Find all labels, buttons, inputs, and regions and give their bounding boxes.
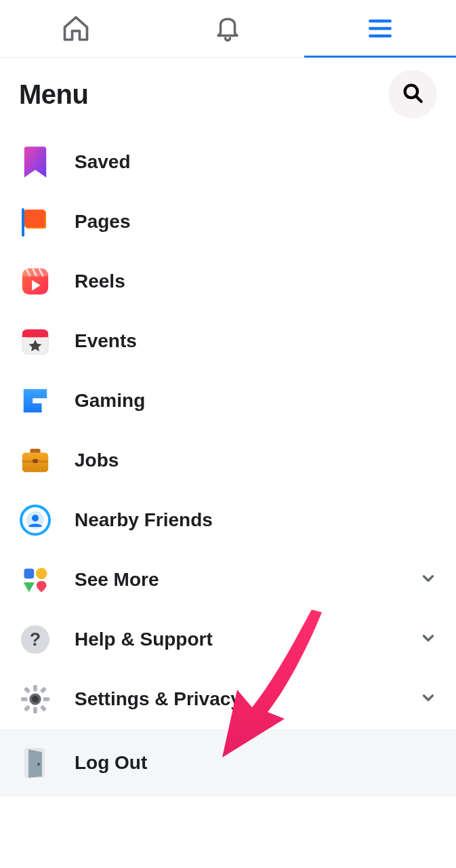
svg-line-4 [416, 96, 421, 102]
gaming-icon [19, 384, 51, 417]
menu-item-label: Nearby Friends [75, 509, 437, 531]
svg-rect-32 [40, 705, 47, 711]
svg-point-35 [37, 763, 40, 766]
nearby-icon [19, 504, 51, 536]
page-title: Menu [19, 79, 88, 110]
svg-rect-5 [22, 208, 24, 237]
svg-text:?: ? [30, 629, 41, 650]
menu-item-pages[interactable]: Pages [0, 192, 456, 252]
menu-item-label: Saved [75, 151, 437, 173]
menu-item-reels[interactable]: Reels [0, 252, 456, 311]
svg-rect-7 [24, 210, 45, 227]
menu-item-gaming[interactable]: Gaming [0, 371, 456, 431]
menu-item-see-more[interactable]: See More [0, 550, 456, 610]
menu-item-help-support[interactable]: ? Help & Support [0, 610, 456, 669]
svg-rect-28 [43, 697, 50, 701]
menu-item-jobs[interactable]: Jobs [0, 431, 456, 490]
nav-menu-tab[interactable] [304, 0, 456, 57]
bookmark-icon [19, 146, 51, 178]
briefcase-icon [19, 444, 51, 477]
menu-header: Menu [0, 58, 456, 125]
svg-rect-25 [33, 685, 37, 692]
search-button[interactable] [388, 70, 437, 119]
menu-item-label: Settings & Privacy [75, 688, 396, 710]
svg-rect-27 [21, 697, 28, 701]
chevron-down-icon [419, 570, 437, 590]
svg-rect-26 [33, 707, 37, 714]
svg-rect-12 [22, 334, 48, 337]
hamburger-icon [365, 14, 395, 43]
svg-rect-16 [33, 459, 38, 463]
apps-icon [19, 564, 51, 596]
menu-item-label: Help & Support [75, 629, 396, 650]
menu-item-events[interactable]: Events [0, 311, 456, 371]
menu-list: Saved Pages Re [0, 125, 456, 797]
chevron-down-icon [419, 689, 437, 709]
reels-icon [19, 265, 51, 298]
svg-rect-20 [24, 569, 35, 579]
menu-item-label: Gaming [75, 390, 437, 412]
menu-item-label: Pages [75, 211, 437, 233]
menu-item-saved[interactable]: Saved [0, 132, 456, 192]
menu-item-logout[interactable]: Log Out [0, 729, 456, 797]
svg-rect-31 [24, 705, 30, 711]
svg-rect-29 [24, 687, 30, 694]
nav-home-tab[interactable] [0, 0, 152, 57]
home-icon [61, 14, 91, 43]
flag-icon [19, 205, 51, 238]
search-icon [401, 81, 424, 107]
menu-item-label: Jobs [75, 450, 437, 471]
chevron-down-icon [419, 629, 437, 650]
svg-point-33 [32, 696, 39, 703]
menu-item-label: See More [75, 569, 396, 591]
menu-item-nearby-friends[interactable]: Nearby Friends [0, 490, 456, 550]
help-icon: ? [19, 623, 51, 656]
top-nav [0, 0, 456, 58]
bell-icon [213, 14, 242, 43]
menu-item-label: Events [75, 330, 437, 352]
menu-item-settings-privacy[interactable]: Settings & Privacy [0, 669, 456, 729]
gear-icon [19, 683, 51, 715]
svg-point-21 [36, 568, 47, 580]
menu-item-label: Log Out [75, 752, 437, 774]
svg-rect-30 [40, 687, 47, 694]
door-icon [19, 747, 51, 779]
menu-item-label: Reels [75, 271, 437, 292]
svg-point-19 [32, 515, 39, 521]
calendar-icon [19, 325, 51, 357]
nav-notifications-tab[interactable] [152, 0, 304, 57]
